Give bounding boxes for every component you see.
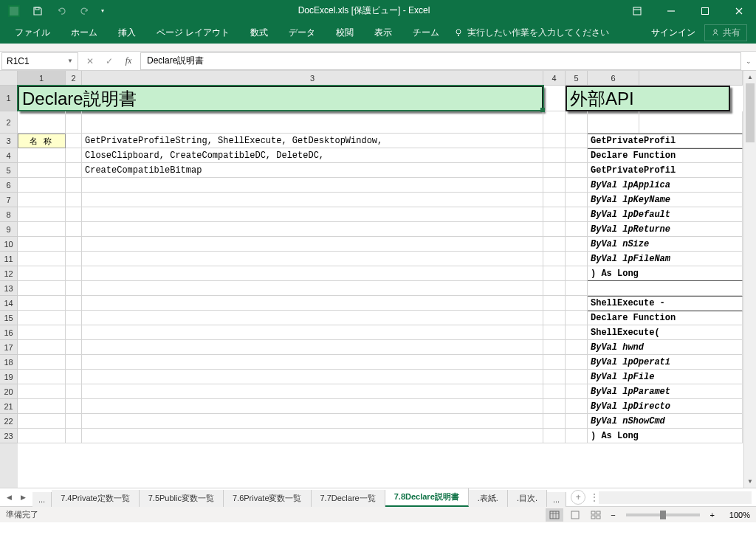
cell[interactable] <box>18 163 66 178</box>
cell[interactable] <box>82 252 543 266</box>
tell-me-search[interactable]: 実行したい作業を入力してください <box>454 27 609 39</box>
cell[interactable] <box>566 414 588 429</box>
cell[interactable] <box>66 237 82 252</box>
cell[interactable] <box>66 163 82 178</box>
cell[interactable] <box>82 399 543 414</box>
cell[interactable]: ) As Long <box>588 429 743 443</box>
cell[interactable]: ByVal nShowCmd <box>588 414 743 429</box>
cell[interactable]: ByVal lpDirecto <box>588 399 743 414</box>
cell[interactable]: ByVal nSize <box>588 237 743 252</box>
cell[interactable] <box>543 296 566 311</box>
cell[interactable] <box>18 414 66 429</box>
tab-nav-prev-button[interactable]: ◀ <box>4 494 14 501</box>
cell[interactable] <box>66 325 82 340</box>
cell[interactable] <box>566 148 588 163</box>
row-header[interactable]: 20 <box>0 384 18 399</box>
cell[interactable] <box>543 325 566 340</box>
cell[interactable] <box>82 296 543 311</box>
cell[interactable] <box>82 237 543 252</box>
cell[interactable] <box>18 399 66 414</box>
cell[interactable] <box>566 384 588 399</box>
cell[interactable]: ByVal hwnd <box>588 340 743 355</box>
cell[interactable] <box>543 429 566 443</box>
save-button[interactable] <box>27 0 49 21</box>
row-header[interactable]: 3 <box>0 134 18 148</box>
cell[interactable] <box>566 237 588 252</box>
cell[interactable] <box>66 134 82 148</box>
cell[interactable] <box>18 281 66 296</box>
cell[interactable] <box>543 148 566 163</box>
cell[interactable] <box>566 311 588 325</box>
column-header[interactable]: 4 <box>543 71 566 86</box>
cell[interactable] <box>566 325 588 340</box>
formula-input[interactable]: Declare説明書 <box>140 52 741 70</box>
cell[interactable] <box>543 311 566 325</box>
row-header[interactable]: 19 <box>0 370 18 384</box>
signin-link[interactable]: サインイン <box>651 27 695 39</box>
row-header[interactable]: 1 <box>0 86 18 111</box>
cell[interactable]: GetPrivateProfileString, ShellExecute, G… <box>82 134 543 148</box>
cell[interactable]: ) As Long <box>588 266 743 281</box>
cell[interactable]: GetPrivateProfil <box>588 163 743 178</box>
cell[interactable] <box>566 296 588 311</box>
qat-customize-icon[interactable]: ▾ <box>97 0 108 21</box>
cell[interactable] <box>82 178 543 193</box>
enter-formula-button[interactable]: ✓ <box>100 52 118 70</box>
cell[interactable]: CreateCompatibleBitmap <box>82 163 543 178</box>
cell[interactable] <box>543 266 566 281</box>
cell[interactable]: Declare Function <box>588 311 743 325</box>
cell[interactable] <box>66 207 82 222</box>
column-header[interactable]: 3 <box>82 71 543 86</box>
expand-formula-bar-button[interactable]: ⌄ <box>741 58 756 65</box>
cell[interactable] <box>66 111 82 134</box>
row-header[interactable]: 2 <box>0 111 18 134</box>
cell[interactable] <box>66 340 82 355</box>
cell[interactable]: ShellExecute( <box>588 325 743 340</box>
cancel-formula-button[interactable]: ✕ <box>81 52 99 70</box>
sheet-tab[interactable]: 7.4Private定数一覧 <box>52 490 140 507</box>
cell[interactable] <box>566 281 588 296</box>
cell[interactable] <box>18 148 66 163</box>
cell[interactable] <box>82 340 543 355</box>
tab-formulas[interactable]: 数式 <box>240 21 278 44</box>
cell[interactable] <box>18 429 66 443</box>
tab-menu-icon[interactable]: ⋮ <box>590 492 594 502</box>
cell[interactable] <box>543 222 566 237</box>
cell[interactable] <box>543 252 566 266</box>
zoom-thumb[interactable] <box>660 511 666 519</box>
scroll-up-button[interactable]: ▲ <box>744 71 756 83</box>
cell[interactable] <box>66 222 82 237</box>
cell[interactable] <box>66 148 82 163</box>
cell[interactable] <box>82 222 543 237</box>
sheet-tab[interactable]: .表紙. <box>469 490 508 507</box>
row-header[interactable]: 18 <box>0 355 18 370</box>
sheet-tab[interactable]: 7.7Declare一覧 <box>312 490 385 507</box>
sheet-tab[interactable]: .目次. <box>508 490 547 507</box>
tab-view[interactable]: 表示 <box>364 21 402 44</box>
cell[interactable] <box>543 340 566 355</box>
cell[interactable] <box>18 207 66 222</box>
cell[interactable]: ByVal lpApplica <box>588 178 743 193</box>
cell[interactable] <box>543 237 566 252</box>
cell[interactable] <box>566 340 588 355</box>
cell[interactable]: ShellExecute - <box>588 296 743 311</box>
cell[interactable] <box>543 86 566 111</box>
cell[interactable] <box>18 311 66 325</box>
tab-more-right[interactable]: ... <box>547 492 566 507</box>
row-header[interactable]: 12 <box>0 266 18 281</box>
cell[interactable] <box>82 355 543 370</box>
tab-nav-next-button[interactable]: ▶ <box>18 494 28 501</box>
cell[interactable]: Declare Function <box>588 148 743 163</box>
cell[interactable] <box>543 111 566 134</box>
tab-insert[interactable]: 挿入 <box>108 21 146 44</box>
cell[interactable] <box>66 178 82 193</box>
tab-team[interactable]: チーム <box>402 21 450 44</box>
cell[interactable]: ByVal lpReturne <box>588 222 743 237</box>
title-cell-api[interactable]: 外部API <box>566 86 730 111</box>
cell[interactable] <box>566 370 588 384</box>
zoom-in-button[interactable]: + <box>707 511 718 519</box>
sheet-tab-active[interactable]: 7.8Declare説明書 <box>385 488 469 507</box>
column-header[interactable]: 5 <box>566 71 588 86</box>
column-header[interactable]: 1 <box>18 71 66 86</box>
scrollbar-thumb[interactable] <box>746 83 755 142</box>
